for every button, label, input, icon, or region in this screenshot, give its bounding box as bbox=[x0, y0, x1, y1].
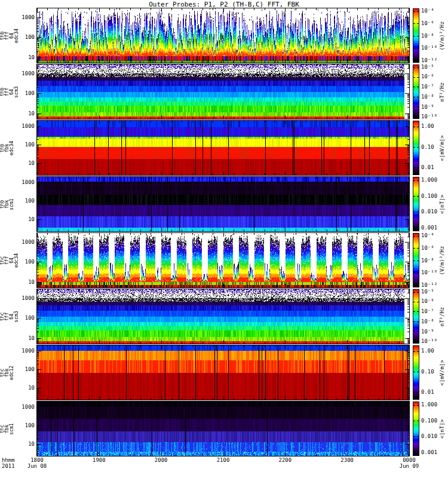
colorbar-tick bbox=[413, 116, 415, 117]
colorbar-tick-label: 0.10 bbox=[421, 369, 434, 375]
y-tick-label: 10 bbox=[11, 216, 35, 222]
colorbar-tick-label: 0.10 bbox=[421, 144, 434, 150]
spectrogram-canvas bbox=[37, 233, 409, 287]
colorbar-tick bbox=[413, 452, 415, 452]
x-tick-label: 2000 bbox=[148, 457, 174, 463]
x-date-label-last: Jun 09 bbox=[394, 463, 424, 469]
colorbar-tick bbox=[413, 147, 415, 148]
y-tick-label: 10 bbox=[11, 111, 35, 117]
colorbar-tick bbox=[413, 167, 415, 168]
colorbar-tick bbox=[417, 311, 419, 312]
colorbar-tick bbox=[417, 23, 419, 24]
colorbar-tick bbox=[413, 284, 415, 285]
spectrogram-panel-thb_fff_64_scm3: thb fff 64 scm310001001010⁻⁵10⁻⁶10⁻⁷10⁻⁸… bbox=[0, 65, 448, 119]
colorbar-tick-label: 0.100 bbox=[421, 193, 437, 199]
colorbar-tick-label: 10⁻⁷ bbox=[421, 308, 434, 314]
colorbar-tick-label: 0.010 bbox=[421, 433, 437, 439]
colorbar-unit-label: <|nT|> bbox=[438, 177, 446, 231]
y-tick-label: 100 bbox=[11, 422, 35, 428]
x-axis-year-label: 2011 bbox=[2, 463, 15, 469]
x-tick-label: 2200 bbox=[272, 457, 298, 463]
y-tick-label: 1000 bbox=[11, 239, 35, 245]
colorbar-tick bbox=[413, 48, 415, 48]
colorbar-tick-label: 10⁻⁷ bbox=[421, 84, 434, 90]
colorbar-tick bbox=[413, 372, 415, 372]
x-axis-format-label: hhmm bbox=[2, 457, 15, 463]
colorbar-tick bbox=[413, 180, 415, 181]
plot-area bbox=[37, 177, 409, 231]
colorbar-unit-label: <|mV/m|> bbox=[438, 345, 446, 400]
colorbar-tick-label: 10⁻⁸ bbox=[421, 94, 434, 100]
colorbar-tick bbox=[413, 77, 415, 78]
colorbar-tick bbox=[413, 436, 415, 437]
y-tick-label: 1000 bbox=[11, 348, 35, 354]
colorbar bbox=[413, 177, 419, 231]
y-tick-label: 100 bbox=[11, 34, 35, 40]
spectrogram-canvas bbox=[37, 345, 409, 400]
plot-area bbox=[37, 402, 409, 456]
colorbar-tick-label: 1.00 bbox=[421, 348, 434, 354]
colorbar-tick-label: 0.001 bbox=[421, 225, 437, 231]
y-tick-label: 10 bbox=[11, 385, 35, 391]
y-tick-label: 10 bbox=[11, 441, 35, 447]
colorbar-tick-label: 10⁻⁴ bbox=[421, 8, 434, 14]
spectrogram-canvas bbox=[37, 289, 409, 344]
colorbar-tick bbox=[417, 11, 419, 12]
plot-area bbox=[37, 345, 409, 400]
spectrogram-canvas bbox=[37, 177, 409, 231]
colorbar-tick bbox=[413, 405, 415, 406]
colorbar-tick bbox=[417, 48, 419, 48]
colorbar-tick-label: 10⁻⁶ bbox=[421, 245, 434, 251]
colorbar-tick bbox=[413, 11, 415, 12]
x-date-label-first: Jun 08 bbox=[22, 463, 52, 469]
colorbar-tick bbox=[413, 392, 415, 393]
colorbar-unit-label: <|nT|> bbox=[438, 402, 446, 456]
colorbar-tick bbox=[417, 341, 419, 341]
colorbar-tick bbox=[413, 127, 415, 127]
colorbar-tick bbox=[417, 331, 419, 332]
colorbar bbox=[413, 233, 419, 287]
x-axis-labels: hhmm 2011 1800190020002100220023000000 J… bbox=[0, 457, 448, 471]
colorbar-tick-label: 1.00 bbox=[421, 123, 434, 129]
colorbar-tick bbox=[417, 248, 419, 249]
colorbar-tick bbox=[417, 284, 419, 285]
colorbar-tick bbox=[417, 97, 419, 97]
colorbar-tick bbox=[417, 227, 419, 228]
y-tick-label: 1000 bbox=[11, 123, 35, 129]
colorbar-tick bbox=[413, 272, 415, 273]
colorbar bbox=[413, 289, 419, 344]
x-tick-label: 2300 bbox=[334, 457, 360, 463]
colorbar-tick bbox=[417, 421, 419, 421]
y-tick-label: 1000 bbox=[11, 14, 35, 20]
spectrogram-panel-thb_fff_64_edc34: thb fff 64 edc3410001001010⁻⁴10⁻⁶10⁻⁸10⁻… bbox=[0, 8, 448, 63]
spectrogram-panel-thb_fbk_edc34: thb fbk edc341000100101.000.100.01<|mV/m… bbox=[0, 121, 448, 175]
colorbar-tick bbox=[413, 311, 415, 312]
colorbar-tick bbox=[417, 272, 419, 273]
colorbar-tick bbox=[413, 351, 415, 352]
colorbar-unit-label: (V/m)²/Hz bbox=[438, 8, 446, 63]
colorbar-tick bbox=[417, 36, 419, 36]
colorbar-tick-label: 0.010 bbox=[421, 209, 437, 215]
y-tick-label: 10 bbox=[11, 160, 35, 166]
colorbar-tick bbox=[417, 106, 419, 107]
y-tick-label: 1000 bbox=[11, 71, 35, 76]
colorbar-tick bbox=[417, 77, 419, 78]
colorbar-tick bbox=[417, 68, 419, 68]
colorbar-tick-label: 10⁻⁶ bbox=[421, 20, 434, 26]
colorbar-tick bbox=[417, 372, 419, 372]
colorbar bbox=[413, 65, 419, 119]
spectrogram-panel-thb_fbk_scm1: thb fbk scm11000100101.0000.1000.0100.00… bbox=[0, 177, 448, 231]
colorbar-tick bbox=[413, 23, 415, 24]
y-tick-label: 10 bbox=[11, 54, 35, 60]
colorbar-tick bbox=[413, 36, 415, 36]
colorbar-tick bbox=[417, 196, 419, 197]
colorbar-tick-label: 10⁻⁴ bbox=[421, 232, 434, 238]
colorbar-tick bbox=[417, 452, 419, 452]
spectrogram-canvas bbox=[37, 8, 409, 63]
y-tick-label: 1000 bbox=[11, 404, 35, 410]
colorbar-tick-label: 1.000 bbox=[421, 177, 437, 183]
colorbar-tick bbox=[417, 127, 419, 127]
y-tick-label: 100 bbox=[11, 142, 35, 148]
colorbar-tick bbox=[413, 196, 415, 197]
colorbar-tick bbox=[417, 167, 419, 168]
